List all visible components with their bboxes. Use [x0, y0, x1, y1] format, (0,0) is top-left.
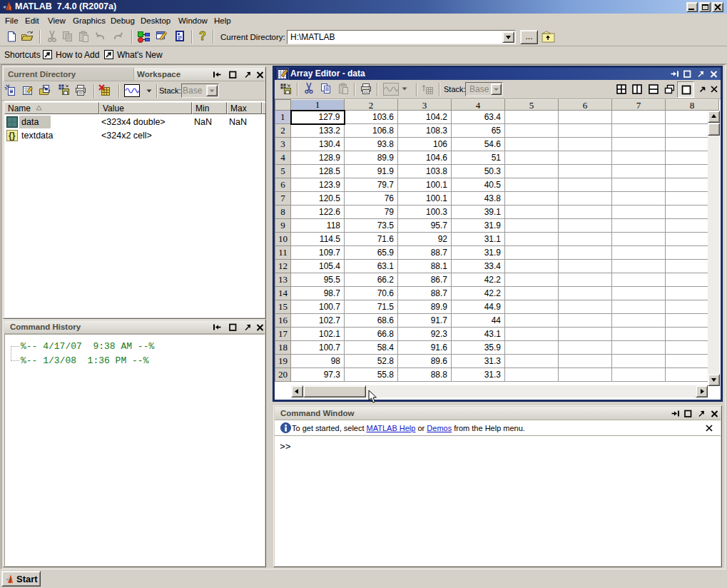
svg-text:{}: {} [9, 131, 16, 141]
svg-text:?: ? [199, 30, 206, 42]
